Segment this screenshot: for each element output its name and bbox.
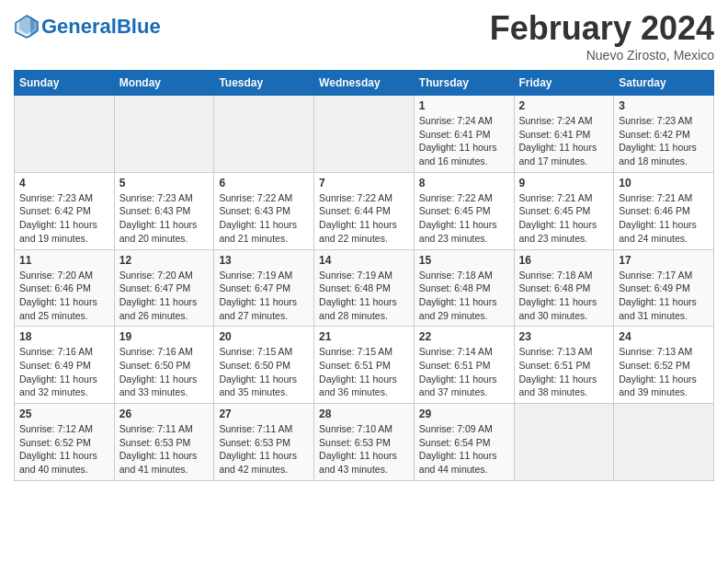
calendar-cell: 16Sunrise: 7:18 AMSunset: 6:48 PMDayligh… <box>514 249 614 327</box>
calendar-cell: 8Sunrise: 7:22 AMSunset: 6:45 PMDaylight… <box>414 172 514 249</box>
day-info: Sunrise: 7:18 AMSunset: 6:48 PMDaylight:… <box>519 269 609 323</box>
calendar-cell: 17Sunrise: 7:17 AMSunset: 6:49 PMDayligh… <box>614 249 714 327</box>
day-info: Sunrise: 7:09 AMSunset: 6:54 PMDaylight:… <box>419 422 509 477</box>
day-info: Sunrise: 7:10 AMSunset: 6:53 PMDaylight:… <box>319 422 409 477</box>
day-info: Sunrise: 7:12 AMSunset: 6:52 PMDaylight:… <box>19 422 109 477</box>
calendar-cell: 18Sunrise: 7:16 AMSunset: 6:49 PMDayligh… <box>15 327 115 404</box>
day-number: 18 <box>19 330 109 343</box>
calendar-cell <box>614 404 714 481</box>
day-number: 6 <box>219 177 309 190</box>
day-number: 29 <box>419 408 509 420</box>
day-info: Sunrise: 7:17 AMSunset: 6:49 PMDaylight:… <box>619 269 709 323</box>
day-number: 23 <box>519 330 609 343</box>
calendar-cell: 6Sunrise: 7:22 AMSunset: 6:43 PMDaylight… <box>214 172 314 249</box>
calendar-cell: 7Sunrise: 7:22 AMSunset: 6:44 PMDaylight… <box>314 172 415 249</box>
day-info: Sunrise: 7:18 AMSunset: 6:48 PMDaylight:… <box>419 269 509 323</box>
calendar-cell <box>15 96 115 173</box>
calendar-cell: 3Sunrise: 7:23 AMSunset: 6:42 PMDaylight… <box>614 96 714 173</box>
calendar-cell: 14Sunrise: 7:19 AMSunset: 6:48 PMDayligh… <box>314 249 415 327</box>
day-number: 2 <box>519 99 609 112</box>
logo-icon <box>14 14 40 40</box>
day-number: 13 <box>219 254 309 267</box>
calendar-cell: 24Sunrise: 7:13 AMSunset: 6:52 PMDayligh… <box>614 327 714 404</box>
calendar-cell: 2Sunrise: 7:24 AMSunset: 6:41 PMDaylight… <box>514 96 614 173</box>
weekday-header-row: SundayMondayTuesdayWednesdayThursdayFrid… <box>15 71 714 96</box>
calendar-cell <box>314 96 415 173</box>
day-info: Sunrise: 7:20 AMSunset: 6:47 PMDaylight:… <box>119 269 210 323</box>
calendar-week-3: 11Sunrise: 7:20 AMSunset: 6:46 PMDayligh… <box>15 249 714 327</box>
calendar-cell: 25Sunrise: 7:12 AMSunset: 6:52 PMDayligh… <box>15 404 115 481</box>
logo-text: GeneralBlue <box>41 15 161 39</box>
day-number: 24 <box>619 330 709 343</box>
weekday-header-tuesday: Tuesday <box>214 71 314 96</box>
weekday-header-friday: Friday <box>514 71 614 96</box>
calendar-cell: 11Sunrise: 7:20 AMSunset: 6:46 PMDayligh… <box>15 249 115 327</box>
day-info: Sunrise: 7:11 AMSunset: 6:53 PMDaylight:… <box>119 422 210 477</box>
day-info: Sunrise: 7:21 AMSunset: 6:46 PMDaylight:… <box>619 191 709 246</box>
day-info: Sunrise: 7:21 AMSunset: 6:45 PMDaylight:… <box>519 191 609 246</box>
day-number: 10 <box>619 177 709 190</box>
day-number: 5 <box>119 177 210 190</box>
day-number: 20 <box>219 330 309 343</box>
location: Nuevo Zirosto, Mexico <box>490 48 714 63</box>
day-number: 25 <box>19 408 109 420</box>
day-info: Sunrise: 7:16 AMSunset: 6:50 PMDaylight:… <box>119 345 210 399</box>
day-number: 22 <box>419 330 509 343</box>
calendar-week-4: 18Sunrise: 7:16 AMSunset: 6:49 PMDayligh… <box>15 327 714 404</box>
calendar-cell: 20Sunrise: 7:15 AMSunset: 6:50 PMDayligh… <box>214 327 314 404</box>
day-info: Sunrise: 7:13 AMSunset: 6:51 PMDaylight:… <box>519 345 609 399</box>
calendar-cell: 23Sunrise: 7:13 AMSunset: 6:51 PMDayligh… <box>514 327 614 404</box>
month-title: February 2024 <box>490 9 714 48</box>
day-number: 14 <box>319 254 409 267</box>
weekday-header-sunday: Sunday <box>15 71 115 96</box>
calendar-cell: 1Sunrise: 7:24 AMSunset: 6:41 PMDaylight… <box>414 96 514 173</box>
calendar-week-2: 4Sunrise: 7:23 AMSunset: 6:42 PMDaylight… <box>15 172 714 249</box>
day-number: 9 <box>519 177 609 190</box>
title-area: February 2024 Nuevo Zirosto, Mexico <box>490 9 714 63</box>
logo-text-blue: Blue <box>117 15 161 38</box>
weekday-header-thursday: Thursday <box>414 71 514 96</box>
day-info: Sunrise: 7:24 AMSunset: 6:41 PMDaylight:… <box>419 114 509 168</box>
day-number: 27 <box>219 408 309 420</box>
weekday-header-wednesday: Wednesday <box>314 71 415 96</box>
calendar-cell: 5Sunrise: 7:23 AMSunset: 6:43 PMDaylight… <box>114 172 214 249</box>
calendar-cell <box>214 96 314 173</box>
day-info: Sunrise: 7:23 AMSunset: 6:42 PMDaylight:… <box>19 191 109 246</box>
day-info: Sunrise: 7:22 AMSunset: 6:43 PMDaylight:… <box>219 191 309 246</box>
day-number: 12 <box>119 254 210 267</box>
day-info: Sunrise: 7:13 AMSunset: 6:52 PMDaylight:… <box>619 345 709 399</box>
calendar-cell: 26Sunrise: 7:11 AMSunset: 6:53 PMDayligh… <box>114 404 214 481</box>
day-number: 8 <box>419 177 509 190</box>
day-number: 28 <box>319 408 409 420</box>
calendar-cell <box>514 404 614 481</box>
calendar-week-1: 1Sunrise: 7:24 AMSunset: 6:41 PMDaylight… <box>15 96 714 173</box>
calendar-cell: 9Sunrise: 7:21 AMSunset: 6:45 PMDaylight… <box>514 172 614 249</box>
day-number: 1 <box>419 99 509 112</box>
calendar-cell: 13Sunrise: 7:19 AMSunset: 6:47 PMDayligh… <box>214 249 314 327</box>
day-info: Sunrise: 7:15 AMSunset: 6:50 PMDaylight:… <box>219 345 309 399</box>
day-number: 21 <box>319 330 409 343</box>
calendar-cell: 12Sunrise: 7:20 AMSunset: 6:47 PMDayligh… <box>114 249 214 327</box>
weekday-header-saturday: Saturday <box>614 71 714 96</box>
day-number: 11 <box>19 254 109 267</box>
weekday-header-monday: Monday <box>114 71 214 96</box>
calendar-table: SundayMondayTuesdayWednesdayThursdayFrid… <box>14 70 714 481</box>
day-number: 19 <box>119 330 210 343</box>
calendar-cell: 10Sunrise: 7:21 AMSunset: 6:46 PMDayligh… <box>614 172 714 249</box>
calendar-cell: 29Sunrise: 7:09 AMSunset: 6:54 PMDayligh… <box>414 404 514 481</box>
day-number: 4 <box>19 177 109 190</box>
day-number: 3 <box>619 99 709 112</box>
day-info: Sunrise: 7:15 AMSunset: 6:51 PMDaylight:… <box>319 345 409 399</box>
day-info: Sunrise: 7:19 AMSunset: 6:48 PMDaylight:… <box>319 269 409 323</box>
calendar-cell <box>114 96 214 173</box>
day-info: Sunrise: 7:11 AMSunset: 6:53 PMDaylight:… <box>219 422 309 477</box>
calendar-week-5: 25Sunrise: 7:12 AMSunset: 6:52 PMDayligh… <box>15 404 714 481</box>
day-number: 26 <box>119 408 210 420</box>
day-info: Sunrise: 7:16 AMSunset: 6:49 PMDaylight:… <box>19 345 109 399</box>
day-info: Sunrise: 7:24 AMSunset: 6:41 PMDaylight:… <box>519 114 609 168</box>
calendar-cell: 27Sunrise: 7:11 AMSunset: 6:53 PMDayligh… <box>214 404 314 481</box>
day-info: Sunrise: 7:20 AMSunset: 6:46 PMDaylight:… <box>19 269 109 323</box>
header: GeneralBlue February 2024 Nuevo Zirosto,… <box>14 9 714 63</box>
calendar-cell: 19Sunrise: 7:16 AMSunset: 6:50 PMDayligh… <box>114 327 214 404</box>
day-number: 16 <box>519 254 609 267</box>
